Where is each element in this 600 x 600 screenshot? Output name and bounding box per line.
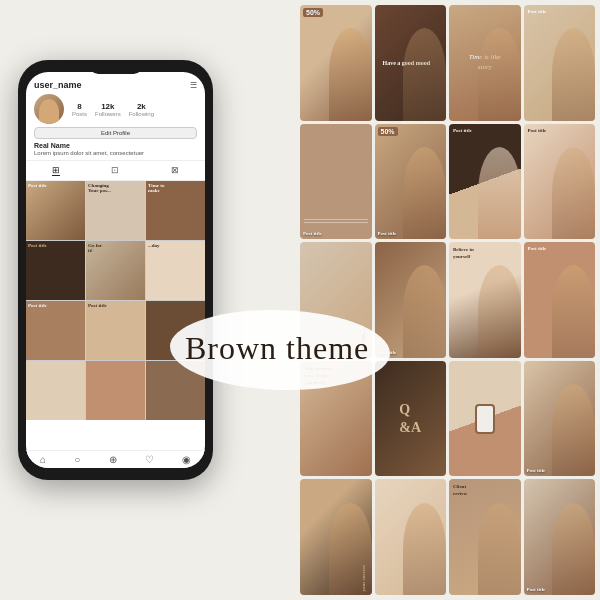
grid-cell-3: Time tomake xyxy=(146,181,205,240)
grid-cell-5: Go forit! xyxy=(86,241,145,300)
grid-cell-11-text xyxy=(86,361,90,365)
phone-outer: user_name ☰ 8 Posts 12k Followers xyxy=(18,60,213,480)
template-3: Time is likestory xyxy=(449,5,521,121)
nav-home-icon[interactable]: ⌂ xyxy=(40,454,46,465)
ig-username: user_name xyxy=(34,80,82,90)
grid-cell-8: Post title xyxy=(86,301,145,360)
brown-theme-label: Brown theme xyxy=(185,330,369,367)
nav-heart-icon[interactable]: ♡ xyxy=(145,454,154,465)
grid-cell-11 xyxy=(86,361,145,420)
nav-profile-icon[interactable]: ◉ xyxy=(182,454,191,465)
template-11: Believe inyourself xyxy=(449,242,521,358)
grid-cell-5-text: Go forit! xyxy=(86,241,104,255)
ig-bottom-nav: ⌂ ○ ⊕ ♡ ◉ xyxy=(26,450,205,468)
templates-grid: Post title 50% Have a good mood Time is … xyxy=(295,0,600,600)
template-19: Clientreview xyxy=(449,479,521,595)
ig-stat-following: 2k Following xyxy=(129,102,154,117)
grid-cell-6-text: ...day xyxy=(146,241,162,250)
grid-cell-10-text xyxy=(26,361,30,365)
grid-cell-7-text: Post title xyxy=(26,301,49,310)
tpl-1-person xyxy=(329,28,372,120)
tpl-5-line-2 xyxy=(304,222,368,223)
template-4: Post title xyxy=(524,5,596,121)
template-15 xyxy=(449,361,521,477)
ig-profile-row: 8 Posts 12k Followers 2k Following xyxy=(34,94,197,124)
grid-cell-2: ChangingYour pos... xyxy=(86,181,145,240)
tpl-4-person xyxy=(552,28,595,120)
grid-cell-9-text xyxy=(146,301,150,305)
tpl-16-person xyxy=(552,384,595,476)
tpl-7-person xyxy=(478,147,521,239)
grid-cell-1: Post title xyxy=(26,181,85,240)
ig-photo-grid: Post title ChangingYour pos... Time toma… xyxy=(26,181,205,420)
tpl-3-person xyxy=(478,28,521,120)
tpl-6-pct: 50% xyxy=(378,127,398,136)
ig-tab-bar: ⊞ ⊡ ⊠ xyxy=(26,161,205,181)
grid-cell-4-text: Post title xyxy=(26,241,49,250)
ig-bio: Lorem ipsum dolor sit amet, consectetuer xyxy=(34,150,197,156)
ig-tab-grid-icon[interactable]: ⊞ xyxy=(52,165,60,176)
tpl-6-label: Post title xyxy=(378,231,397,236)
grid-cell-6: ...day xyxy=(146,241,205,300)
tpl-10-person xyxy=(403,265,446,357)
tpl-20-label: Post title xyxy=(527,587,546,592)
tpl-15-phone-icon xyxy=(475,404,495,434)
template-14: Q&A xyxy=(375,361,447,477)
nav-add-icon[interactable]: ⊕ xyxy=(109,454,117,465)
grid-cell-4: Post title xyxy=(26,241,85,300)
grid-cell-8-text: Post title xyxy=(86,301,109,310)
tpl-11-person xyxy=(478,265,521,357)
template-17: your success xyxy=(300,479,372,595)
template-8: Post title xyxy=(524,124,596,240)
grid-cell-3-text: Time tomake xyxy=(146,181,166,195)
template-7: Post title xyxy=(449,124,521,240)
tpl-8-person xyxy=(552,147,595,239)
tpl-16-label: Post title xyxy=(527,468,546,473)
ig-menu-icon: ☰ xyxy=(190,81,197,90)
template-6: 50% Post title xyxy=(375,124,447,240)
tpl-19-title: Clientreview xyxy=(453,483,467,497)
tpl-18-person xyxy=(403,503,446,595)
tpl-20-person xyxy=(552,503,595,595)
phone-mockup: user_name ☰ 8 Posts 12k Followers xyxy=(18,60,213,480)
tpl-12-person xyxy=(552,265,595,357)
ig-avatar xyxy=(34,94,64,124)
ig-real-name: Real Name xyxy=(34,142,197,149)
tpl-4-title: Post title xyxy=(528,9,547,16)
tpl-17-title: your success xyxy=(361,565,368,591)
ig-edit-profile-button[interactable]: Edit Profile xyxy=(34,127,197,139)
ig-tab-tag-icon[interactable]: ⊡ xyxy=(111,165,119,176)
template-12: Post title xyxy=(524,242,596,358)
tpl-7-title: Post title xyxy=(453,128,472,135)
tpl-5-line-1 xyxy=(304,219,368,220)
ig-stat-posts: 8 Posts xyxy=(72,102,87,117)
tpl-11-title: Believe inyourself xyxy=(453,246,474,260)
phone-screen: user_name ☰ 8 Posts 12k Followers xyxy=(26,72,205,468)
grid-cell-12-text xyxy=(146,361,150,365)
tpl-12-title: Post title xyxy=(528,246,547,253)
tpl-5-label: Post title xyxy=(303,231,322,236)
tpl-14-title: Q&A xyxy=(399,400,421,436)
template-2: Have a good mood xyxy=(375,5,447,121)
template-18 xyxy=(375,479,447,595)
template-1: Post title 50% xyxy=(300,5,372,121)
tpl-1-pct: 50% xyxy=(303,8,323,17)
template-5: Post title xyxy=(300,124,372,240)
tpl-8-title: Post title xyxy=(528,128,547,135)
grid-cell-10 xyxy=(26,361,85,420)
tpl-19-person xyxy=(478,503,521,595)
tpl-6-person xyxy=(403,147,446,239)
nav-search-icon[interactable]: ○ xyxy=(74,454,80,465)
grid-cell-2-text: ChangingYour pos... xyxy=(86,181,113,195)
ig-stats: 8 Posts 12k Followers 2k Following xyxy=(72,102,154,117)
grid-cell-7: Post title xyxy=(26,301,85,360)
ig-profile-header: user_name ☰ 8 Posts 12k Followers xyxy=(26,72,205,161)
tpl-5-lines xyxy=(304,219,368,231)
ig-stat-followers: 12k Followers xyxy=(95,102,121,117)
tpl-2-person xyxy=(403,28,446,120)
phone-notch xyxy=(88,60,143,74)
template-16: Post title xyxy=(524,361,596,477)
ig-tab-person-icon[interactable]: ⊠ xyxy=(171,165,179,176)
template-20: Post title xyxy=(524,479,596,595)
grid-cell-1-text: Post title xyxy=(26,181,49,190)
